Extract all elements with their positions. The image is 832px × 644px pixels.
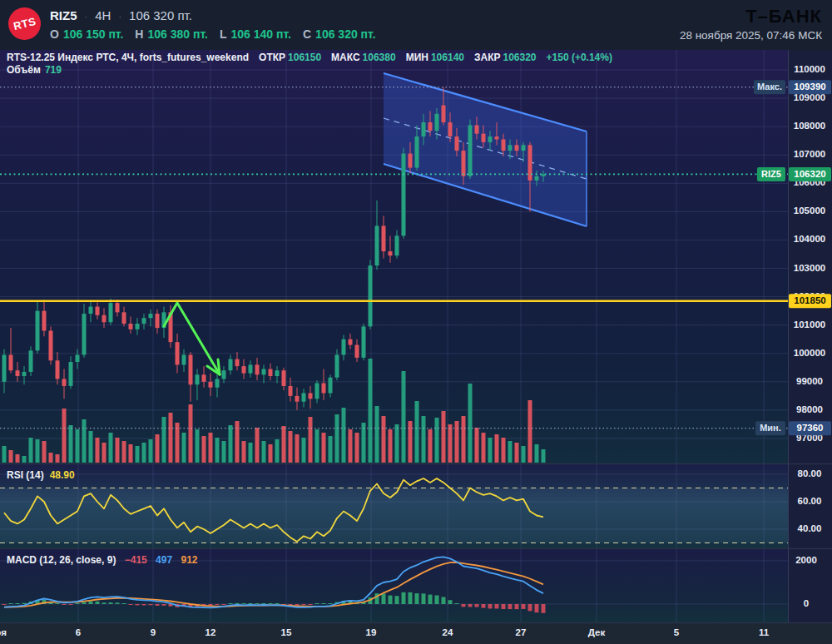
volume-bar	[342, 408, 346, 463]
chart-legend[interactable]: RTS-12.25 Индекс РТС, 4Ч, forts_futures_…	[7, 52, 612, 63]
volume-bar	[515, 443, 519, 463]
macd-histogram-bar	[149, 604, 153, 605]
time-tick-label: Ноя	[0, 627, 7, 637]
volume-bar	[22, 456, 27, 463]
volume-bar	[322, 433, 326, 463]
macd-histogram-bar	[116, 602, 120, 604]
volume-bar	[215, 438, 220, 463]
candle-body	[389, 251, 393, 255]
rsi-tick-label: 80.00	[798, 468, 822, 478]
macd-histogram-bar	[249, 603, 253, 604]
candle-body	[475, 125, 479, 133]
legend-change: +150 (+0.14%)	[547, 52, 612, 63]
time-tick-label: 19	[366, 627, 377, 637]
volume-bar	[209, 433, 213, 463]
volume-legend[interactable]: Объём719	[7, 64, 62, 76]
candle-body	[462, 151, 466, 176]
legend-min-value: 106140	[431, 52, 464, 63]
volume-bar	[9, 450, 13, 463]
volume-bar	[502, 438, 506, 463]
volume-bar	[495, 434, 499, 463]
min-name-chip: Мин.	[760, 423, 781, 433]
macd-histogram-bar	[542, 604, 546, 613]
volume-bar	[448, 424, 453, 463]
volume-bar	[255, 428, 260, 463]
price-tick-label: 100000	[794, 348, 825, 358]
volume-bar	[42, 441, 47, 463]
macd-histogram-bar	[229, 603, 233, 604]
price-axis-bg[interactable]	[788, 50, 832, 622]
candle-body	[215, 379, 220, 387]
candle-body	[62, 379, 67, 386]
legend-close-label: ЗАКР	[474, 52, 501, 63]
macd-histogram-bar	[422, 593, 426, 604]
macd-histogram-bar	[62, 604, 67, 605]
macd-histogram-bar	[156, 604, 160, 606]
candle-body	[82, 314, 87, 354]
current-name-chip: RIZ5	[761, 169, 781, 179]
time-tick-label: 12	[206, 627, 216, 637]
candle-body	[409, 154, 413, 168]
rsi-tick-label: 60.00	[798, 496, 822, 506]
macd-histogram-bar	[102, 602, 106, 604]
candle-body	[395, 235, 399, 255]
volume-bar	[329, 436, 333, 463]
candle-body	[16, 370, 20, 376]
macd-histogram-bar	[395, 596, 399, 604]
legend-close-value: 106320	[503, 52, 537, 63]
candle-body	[382, 225, 386, 251]
macd-histogram-bar	[528, 604, 532, 611]
logo-text: RTS	[12, 15, 37, 32]
macd-histogram-bar	[522, 604, 526, 609]
separator-dot: ·	[85, 12, 88, 22]
legend-max-value: 106380	[363, 52, 396, 63]
macd-label: MACD (12, 26, close, 9)	[7, 554, 116, 566]
symbol-name[interactable]: RIZ5	[50, 8, 77, 22]
volume-bar	[542, 449, 546, 463]
chart-canvas[interactable]: 1100001090001080001070001060001050001040…	[0, 0, 832, 644]
candle-body	[282, 370, 286, 386]
volume-bar	[109, 433, 113, 463]
price-tick-label: 105000	[794, 206, 825, 215]
macd-histogram-bar	[275, 603, 280, 604]
candle-body	[349, 339, 353, 345]
macd-histogram-bar	[215, 604, 220, 605]
max-name-chip: Макс.	[757, 82, 782, 92]
candle-body	[42, 311, 47, 331]
price-tick-label: 107000	[794, 149, 825, 159]
candle-body	[196, 374, 200, 384]
volume-bar	[149, 439, 153, 463]
macd-histogram-bar	[109, 602, 113, 604]
candle-body	[36, 311, 40, 351]
volume-bar	[116, 438, 120, 463]
timeframe-selector[interactable]: 4H	[95, 8, 111, 22]
volume-bar	[508, 441, 513, 463]
macd-histogram-bar	[262, 603, 266, 604]
macd-histogram-bar	[122, 603, 126, 604]
macd-histogram-bar	[382, 593, 386, 604]
volume-bar	[462, 416, 466, 463]
instrument-logo: RTS	[8, 7, 41, 40]
volume-bar	[442, 411, 446, 463]
macd-histogram-bar	[302, 604, 306, 605]
current-price-chip: 106320	[794, 169, 825, 179]
candle-body	[515, 145, 519, 151]
time-axis-bg[interactable]	[0, 622, 832, 644]
candle-body	[322, 384, 326, 394]
macd-histogram-bar	[89, 602, 93, 604]
candle-body	[455, 136, 459, 151]
legend-open-value: 106150	[288, 52, 321, 63]
macd-histogram-bar	[142, 604, 146, 605]
high-value: 106 380 пт.	[147, 27, 207, 41]
max-price-chip: 109390	[794, 82, 825, 92]
volume-bar	[136, 446, 140, 463]
price-tick-label: 110000	[794, 64, 825, 74]
rsi-legend[interactable]: RSI (14)48.90	[7, 469, 75, 481]
candle-body	[2, 354, 7, 381]
rsi-tick-label: 40.00	[798, 523, 822, 533]
macd-histogram-bar	[136, 604, 140, 605]
volume-bar	[335, 414, 339, 463]
candle-body	[502, 139, 506, 151]
macd-histogram-bar	[515, 604, 519, 609]
macd-legend[interactable]: MACD (12, 26, close, 9) −415 497 912	[7, 554, 198, 566]
